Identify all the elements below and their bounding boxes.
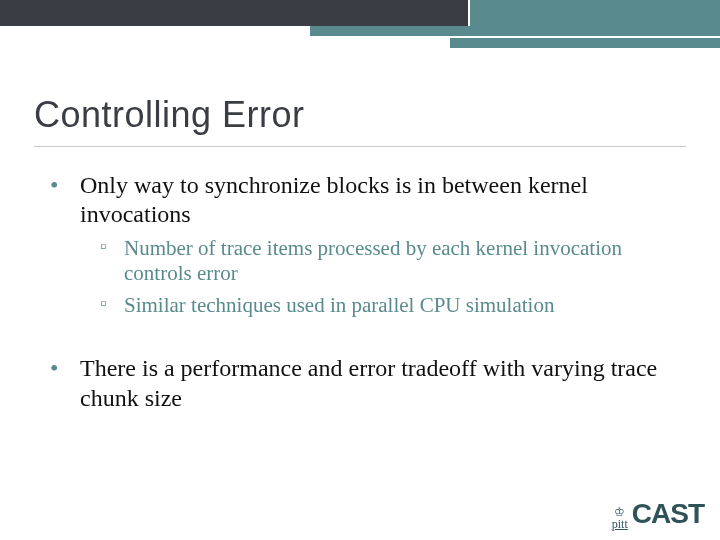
sub-bullet-list: Number of trace items processed by each … [80, 236, 686, 319]
pitt-logo: ♔ pitt [612, 506, 628, 530]
sub-bullet-item: Number of trace items processed by each … [106, 236, 686, 287]
slide-title: Controlling Error [34, 64, 686, 147]
header-band [0, 0, 720, 26]
bullet-item: Only way to synchronize blocks is in bet… [62, 171, 686, 318]
footer-logo: ♔ pitt CAST [612, 498, 704, 530]
cast-text: CAST [632, 498, 704, 530]
bullet-text: There is a performance and error tradeof… [80, 355, 657, 410]
bullet-item: There is a performance and error tradeof… [62, 354, 686, 413]
bullet-text: Only way to synchronize blocks is in bet… [80, 172, 588, 227]
pitt-text: pitt [612, 518, 628, 530]
header-stripes [0, 26, 720, 48]
sub-bullet-text: Similar techniques used in parallel CPU … [124, 293, 554, 317]
bullet-list: There is a performance and error tradeof… [34, 354, 686, 413]
slide-content: Controlling Error Only way to synchroniz… [0, 64, 720, 431]
sub-bullet-item: Similar techniques used in parallel CPU … [106, 293, 686, 319]
sub-bullet-text: Number of trace items processed by each … [124, 236, 622, 286]
bullet-list: Only way to synchronize blocks is in bet… [34, 171, 686, 318]
